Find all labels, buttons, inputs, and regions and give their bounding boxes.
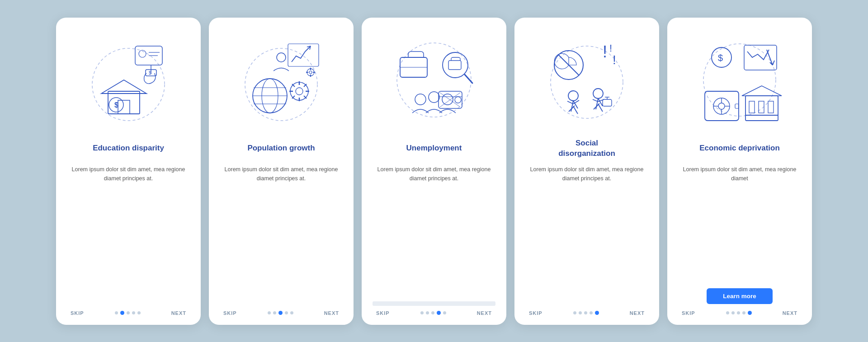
skip-button[interactable]: SKIP — [223, 310, 237, 316]
card-unemployment: Unemployment Lorem ipsum dolor sit dim a… — [362, 18, 506, 325]
svg-rect-93 — [749, 101, 755, 113]
card-title: Economic deprivation — [699, 138, 780, 159]
card-social-disorganization: ! ! ! — [514, 18, 659, 325]
dot-4 — [285, 311, 288, 314]
svg-text:!: ! — [609, 42, 612, 54]
social-disorganization-illustration: ! ! ! — [537, 30, 637, 130]
svg-point-85 — [718, 103, 725, 109]
svg-point-53 — [551, 46, 623, 118]
dot-1 — [420, 311, 424, 314]
svg-line-67 — [596, 98, 598, 109]
svg-line-60 — [571, 101, 573, 112]
svg-point-42 — [443, 52, 468, 78]
card-nav: SKIP NEXT — [220, 310, 343, 316]
svg-point-22 — [277, 53, 286, 62]
card-nav: SKIP NEXT — [678, 310, 801, 316]
pagination-dots — [420, 311, 446, 315]
dot-5 — [748, 311, 752, 315]
card-text: Lorem ipsum dolor sit dim amet, mea regi… — [220, 165, 343, 302]
economic-deprivation-illustration: $ — [690, 30, 789, 130]
dot-5 — [137, 311, 141, 314]
card-text: Lorem ipsum dolor sit dim amet, mea regi… — [678, 165, 801, 280]
next-button[interactable]: NEXT — [630, 310, 645, 316]
pagination-dots — [573, 311, 599, 315]
svg-rect-83 — [705, 91, 739, 121]
dot-1 — [726, 311, 729, 314]
skip-button[interactable]: SKIP — [376, 310, 390, 316]
learn-more-button[interactable]: Learn more — [707, 288, 773, 304]
svg-text:$: $ — [149, 70, 151, 75]
card-text: Lorem ipsum dolor sit dim amet, mea regi… — [373, 165, 495, 293]
next-button[interactable]: NEXT — [477, 310, 492, 316]
dot-4 — [590, 311, 593, 314]
svg-rect-91 — [745, 96, 778, 121]
dot-1 — [115, 311, 118, 314]
svg-rect-1 — [108, 91, 140, 114]
education-disparity-illustration: $ $ — [79, 30, 178, 130]
svg-rect-79 — [744, 45, 777, 70]
dot-5 — [595, 311, 599, 315]
card-footer: SKIP NEXT — [373, 301, 495, 316]
card-footer: Learn more SKIP NEXT — [678, 288, 801, 316]
pagination-dots — [726, 311, 752, 315]
card-nav: SKIP NEXT — [67, 310, 190, 316]
cards-container: $ $ Education disparity Lorem ipsum dolo… — [38, 4, 830, 338]
svg-point-76 — [703, 44, 776, 116]
svg-rect-90 — [735, 104, 739, 108]
svg-point-46 — [429, 92, 439, 103]
dot-3 — [737, 311, 740, 314]
dot-1 — [268, 311, 271, 314]
svg-text:!: ! — [613, 53, 616, 67]
card-population-growth: Population growth Lorem ipsum dolor sit … — [209, 18, 354, 325]
dot-3 — [431, 311, 434, 314]
svg-text:$: $ — [718, 53, 723, 63]
next-button[interactable]: NEXT — [783, 310, 797, 316]
card-title: Population growth — [247, 138, 315, 159]
dot-5 — [443, 311, 446, 314]
card-economic-deprivation: $ — [667, 18, 812, 325]
dot-1 — [573, 311, 576, 314]
pagination-dots — [268, 311, 293, 315]
svg-text:!: ! — [603, 42, 607, 61]
unemployment-illustration — [384, 30, 484, 130]
dot-3 — [278, 311, 283, 315]
card-title: Social disorganization — [558, 138, 615, 159]
svg-rect-44 — [448, 61, 461, 70]
svg-text:$: $ — [114, 101, 118, 109]
dot-2 — [273, 311, 276, 314]
svg-rect-19 — [288, 44, 319, 66]
dot-2 — [426, 311, 429, 314]
svg-point-59 — [568, 91, 578, 101]
svg-rect-3 — [118, 100, 130, 114]
skip-button[interactable]: SKIP — [71, 310, 84, 316]
card-nav: SKIP NEXT — [525, 310, 648, 316]
pagination-dots — [115, 311, 141, 315]
dot-2 — [120, 311, 124, 315]
card-text: Lorem ipsum dolor sit dim amet, mea regi… — [525, 165, 648, 302]
card-footer: SKIP NEXT — [525, 310, 648, 316]
card-footer: SKIP NEXT — [67, 310, 190, 316]
card-education-disparity: $ $ Education disparity Lorem ipsum dolo… — [56, 18, 201, 325]
card-footer: SKIP NEXT — [220, 310, 343, 316]
svg-point-45 — [415, 94, 426, 105]
dot-3 — [584, 311, 587, 314]
card-title: Education disparity — [93, 138, 164, 159]
svg-point-66 — [593, 89, 603, 98]
skip-button[interactable]: SKIP — [529, 310, 542, 316]
dot-2 — [731, 311, 735, 314]
svg-line-82 — [773, 61, 774, 65]
card-nav: SKIP NEXT — [373, 310, 495, 316]
svg-point-0 — [92, 48, 165, 121]
next-button[interactable]: NEXT — [324, 310, 339, 316]
svg-line-64 — [567, 101, 573, 104]
skip-button[interactable]: SKIP — [682, 310, 695, 316]
card-text: Lorem ipsum dolor sit dim amet, mea regi… — [67, 165, 190, 302]
next-button[interactable]: NEXT — [171, 310, 186, 316]
dot-2 — [579, 311, 582, 314]
svg-point-34 — [309, 71, 312, 74]
svg-rect-95 — [768, 101, 774, 113]
dot-4 — [742, 311, 745, 314]
dot-3 — [127, 311, 130, 314]
population-growth-illustration — [231, 30, 331, 130]
svg-point-49 — [455, 97, 461, 103]
